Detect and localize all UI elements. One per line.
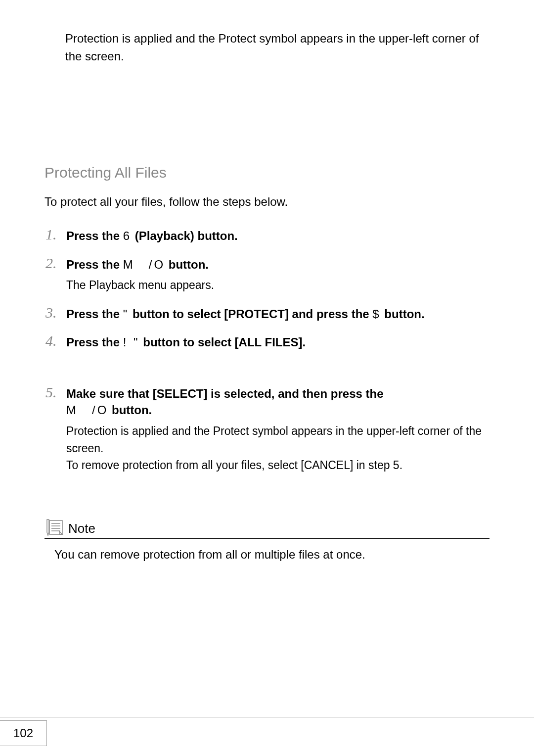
text-span: (Playback) button. (132, 229, 238, 242)
note-icon (44, 519, 64, 536)
step-title: Press the 6 (Playback) button. (66, 228, 490, 244)
step-2: 2. Press the M /O button. The Playback m… (44, 256, 490, 294)
step-number: 4. (45, 332, 57, 349)
button-glyph: 6 (123, 229, 132, 242)
button-glyph: " (123, 307, 130, 321)
step-title: Press the ! " button to select [ALL FILE… (66, 334, 490, 351)
text-span: button to select [PROTECT] and press the (129, 307, 372, 321)
text-span: button. (108, 403, 152, 417)
step-3: 3. Press the " button to select [PROTECT… (44, 306, 490, 323)
step-5: 5. Make sure that [SELECT] is selected, … (44, 385, 490, 474)
text-span: Press the (66, 307, 123, 321)
step-title: Make sure that [SELECT] is selected, and… (66, 385, 490, 419)
text-span: button to select [ALL FILES]. (140, 335, 306, 349)
text-span: button. (165, 258, 209, 271)
step-title: Press the " button to select [PROTECT] a… (66, 306, 490, 323)
step-body: Protection is applied and the Protect sy… (66, 423, 490, 474)
section-heading: Protecting All Files (44, 164, 490, 181)
note-block: Note You can remove protection from all … (44, 519, 490, 562)
step-number: 3. (45, 304, 57, 321)
text-span: Press the (66, 258, 123, 271)
step-1: 1. Press the 6 (Playback) button. (44, 228, 490, 244)
button-glyph: M /O (123, 258, 165, 271)
text-span: Make sure that [SELECT] is selected, and… (66, 387, 384, 400)
button-glyph: M /O (66, 403, 108, 417)
section-lead-text: To protect all your files, follow the st… (44, 195, 490, 209)
button-glyph: ! " (123, 335, 140, 349)
note-label: Note (68, 521, 95, 536)
footer-divider (0, 717, 534, 717)
step-number: 2. (45, 255, 57, 272)
step-4: 4. Press the ! " button to select [ALL F… (44, 334, 490, 374)
button-glyph: $ (372, 307, 381, 321)
text-span: Press the (66, 335, 123, 349)
step-number: 1. (45, 226, 57, 243)
intro-paragraph: Protection is applied and the Protect sy… (65, 30, 490, 65)
note-header: Note (44, 519, 490, 539)
step-title: Press the M /O button. (66, 256, 490, 273)
step-number: 5. (45, 384, 57, 401)
text-span: Press the (66, 229, 123, 242)
steps-list: 1. Press the 6 (Playback) button. 2. Pre… (44, 228, 490, 474)
step-body: The Playback menu appears. (66, 277, 490, 294)
page-number: 102 (0, 720, 47, 746)
text-span: button. (381, 307, 425, 321)
note-text: You can remove protection from all or mu… (54, 548, 490, 562)
